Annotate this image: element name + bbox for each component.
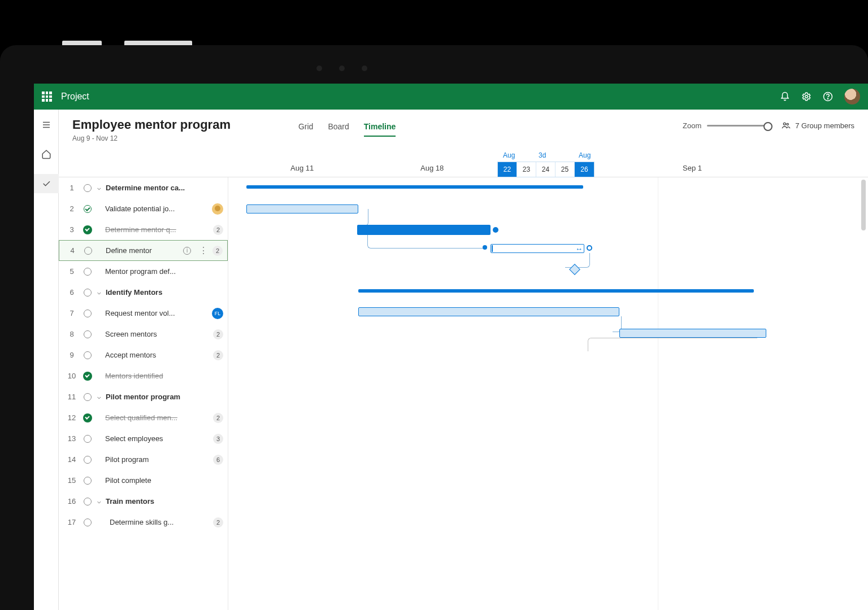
tab-board[interactable]: Board xyxy=(328,122,349,137)
status-open-icon[interactable] xyxy=(84,184,92,192)
day-cell[interactable]: 25 xyxy=(555,162,575,177)
row-number: 9 xyxy=(66,351,78,359)
tab-timeline[interactable]: Timeline xyxy=(364,122,396,137)
row-number: 12 xyxy=(66,413,78,422)
svg-point-3 xyxy=(784,123,786,125)
row-number: 6 xyxy=(66,288,78,297)
task-name: Screen mentors xyxy=(97,330,209,338)
task-row[interactable]: 5Mentor program def... xyxy=(59,261,228,282)
gantt-bar[interactable] xyxy=(358,307,619,316)
task-name: Pilot complete xyxy=(97,476,223,485)
gantt-summary-bar[interactable] xyxy=(246,185,583,189)
chevron-down-icon[interactable]: ⌵ xyxy=(97,498,101,505)
status-progress-icon[interactable] xyxy=(84,205,92,213)
status-open-icon[interactable] xyxy=(84,247,92,255)
gantt-bar[interactable] xyxy=(619,329,766,338)
status-open-icon[interactable] xyxy=(84,456,92,464)
status-done-icon[interactable] xyxy=(83,372,92,381)
task-row[interactable]: 16⌵Train mentors xyxy=(59,491,228,512)
day-cell[interactable]: 26 xyxy=(575,162,594,177)
group-members-label: 7 Group members xyxy=(795,121,854,130)
bell-icon[interactable] xyxy=(780,91,790,102)
task-row[interactable]: 3Determine mentor q...2 xyxy=(59,219,228,240)
scale-month: Aug xyxy=(503,151,515,159)
gantt-bar[interactable] xyxy=(246,204,358,213)
gantt-resize-handle-icon[interactable] xyxy=(587,245,592,251)
zoom-slider[interactable] xyxy=(707,125,769,127)
vertical-scrollbar[interactable] xyxy=(861,180,866,230)
gear-icon[interactable] xyxy=(801,91,811,102)
task-name: Determine skills g... xyxy=(97,518,209,526)
task-list: 1⌵Determine mentor ca...2Validate potent… xyxy=(59,177,228,610)
status-open-icon[interactable] xyxy=(84,477,92,485)
check-icon xyxy=(41,178,51,189)
row-number: 2 xyxy=(66,204,78,213)
left-rail xyxy=(34,110,59,610)
menu-toggle[interactable] xyxy=(34,115,59,134)
chevron-down-icon[interactable]: ⌵ xyxy=(97,393,101,400)
chevron-down-icon[interactable]: ⌵ xyxy=(97,289,101,296)
scale-date: Aug 18 xyxy=(420,164,444,172)
home-nav[interactable] xyxy=(34,145,59,164)
svg-point-2 xyxy=(827,98,828,99)
task-row[interactable]: 15Pilot complete xyxy=(59,470,228,491)
task-row[interactable]: 14Pilot program6 xyxy=(59,449,228,470)
status-open-icon[interactable] xyxy=(84,498,92,506)
status-open-icon[interactable] xyxy=(84,518,92,526)
count-badge: 3 xyxy=(213,434,223,444)
gantt-summary-bar[interactable] xyxy=(358,289,754,293)
help-icon[interactable] xyxy=(823,91,833,102)
info-icon[interactable]: i xyxy=(183,247,191,255)
gantt-bar[interactable] xyxy=(491,244,584,253)
home-icon xyxy=(41,149,51,159)
status-open-icon[interactable] xyxy=(84,330,92,338)
day-cell[interactable]: 24 xyxy=(536,162,555,177)
chevron-down-icon[interactable]: ⌵ xyxy=(97,184,101,191)
count-badge: 2 xyxy=(213,517,223,528)
resize-cursor-icon: ↔ xyxy=(575,245,583,253)
status-open-icon[interactable] xyxy=(84,268,92,276)
tasks-nav[interactable] xyxy=(34,174,59,193)
task-row[interactable]: 7Request mentor vol...FL xyxy=(59,303,228,324)
day-cell[interactable]: 23 xyxy=(517,162,536,177)
row-number: 16 xyxy=(66,497,78,506)
timeline-scale: Aug 11 Aug 18 Sep 1 Aug 3d Aug 22 23 24 … xyxy=(59,147,868,177)
task-row[interactable]: 4Define mentori⋮2 xyxy=(59,240,228,261)
status-done-icon[interactable] xyxy=(83,413,92,422)
app-header: Project xyxy=(34,84,868,110)
row-number: 8 xyxy=(66,330,78,338)
gantt-progress-tick xyxy=(492,245,493,252)
count-badge: 2 xyxy=(213,225,223,235)
day-cells[interactable]: 22 23 24 25 26 xyxy=(497,162,594,177)
row-number: 10 xyxy=(66,372,78,380)
status-open-icon[interactable] xyxy=(84,310,92,317)
status-open-icon[interactable] xyxy=(84,435,92,443)
assignee-avatar[interactable] xyxy=(212,203,223,215)
task-name: Determine mentor ca... xyxy=(106,184,223,192)
tab-grid[interactable]: Grid xyxy=(298,122,313,137)
day-cell[interactable]: 22 xyxy=(498,162,517,177)
count-badge: 2 xyxy=(213,350,223,360)
gantt-chart[interactable]: ↔ xyxy=(228,177,868,610)
status-open-icon[interactable] xyxy=(84,351,92,359)
status-open-icon[interactable] xyxy=(84,289,92,297)
app-launcher-icon[interactable] xyxy=(42,91,52,102)
gantt-bar[interactable] xyxy=(357,225,491,235)
status-open-icon[interactable] xyxy=(84,393,92,401)
status-done-icon[interactable] xyxy=(83,225,92,234)
assignee-avatar[interactable]: FL xyxy=(212,308,223,319)
task-row[interactable]: 13Select employees3 xyxy=(59,428,228,449)
task-row[interactable]: 9Accept mentors2 xyxy=(59,345,228,365)
view-tabs: Grid Board Timeline xyxy=(298,122,396,137)
task-row[interactable]: 12Select qualified men...2 xyxy=(59,407,228,428)
task-row[interactable]: 1⌵Determine mentor ca... xyxy=(59,177,228,198)
task-row[interactable]: 2Validate potential jo... xyxy=(59,198,228,219)
group-members-button[interactable]: 7 Group members xyxy=(782,121,854,130)
task-row[interactable]: 8Screen mentors2 xyxy=(59,324,228,345)
task-row[interactable]: 11⌵Pilot mentor program xyxy=(59,386,228,407)
task-row[interactable]: 17Determine skills g...2 xyxy=(59,512,228,533)
task-row[interactable]: 10Mentors identified xyxy=(59,365,228,386)
people-icon xyxy=(782,121,791,130)
task-row[interactable]: 6⌵Identify Mentors xyxy=(59,282,228,303)
user-avatar[interactable] xyxy=(844,89,860,104)
